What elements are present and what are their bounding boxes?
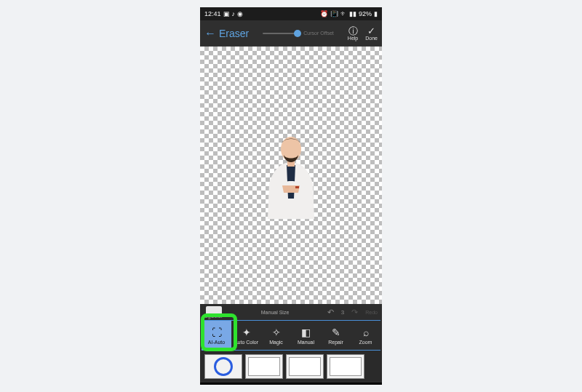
thumb-3[interactable] — [286, 354, 324, 379]
wifi-icon: ᯤ — [340, 10, 347, 17]
svg-point-1 — [281, 137, 301, 161]
signal-icon: ▮▮ — [349, 10, 356, 17]
gallery-icon: ▣ — [223, 10, 230, 17]
bgcolor-chip[interactable] — [206, 306, 222, 316]
slider-label: Cursor Offset — [303, 31, 334, 36]
tool-repair[interactable]: ✎ Repair — [321, 321, 351, 350]
repair-icon: ✎ — [332, 327, 340, 338]
tool-ai-auto[interactable]: ⛶ AI-Auto — [202, 321, 231, 350]
tool-manual[interactable]: ◧ Manual — [291, 321, 321, 350]
done-button[interactable]: ✓ Done — [365, 26, 378, 41]
undo-count: 3 — [341, 309, 344, 316]
canvas[interactable] — [200, 47, 382, 304]
thumbnail-strip — [200, 351, 382, 381]
messenger-icon: ◉ — [237, 10, 243, 17]
alarm-icon: ⏰ — [320, 10, 328, 17]
thumb-4[interactable] — [327, 354, 364, 379]
zoom-icon: ⌕ — [363, 327, 369, 338]
vibrate-icon: 📳 — [330, 10, 338, 17]
cursor-offset-slider[interactable]: Cursor Offset — [249, 31, 348, 36]
redo-label: Redo — [365, 310, 378, 315]
toolbar: ⛶ AI-Auto ✦ Auto Color ✧ Magic ◧ Manual … — [202, 320, 380, 351]
undo-icon[interactable]: ↶ — [327, 308, 334, 317]
back-arrow-icon[interactable]: ← — [204, 27, 216, 40]
tool-auto-color[interactable]: ✦ Auto Color — [231, 321, 261, 350]
subject-cutout — [259, 132, 323, 219]
android-navbar — [200, 383, 382, 385]
tiktok-icon: ♪ — [232, 10, 236, 17]
help-icon: ⓘ — [348, 26, 358, 36]
thumb-2[interactable] — [245, 354, 283, 379]
statusbar-battery: 92% — [359, 10, 372, 17]
midbar: BgColor Manual Size ↶ 3 ↷ Redo — [200, 304, 382, 320]
app-title: Eraser — [219, 28, 249, 39]
magic-icon: ✧ — [272, 327, 281, 338]
check-icon: ✓ — [367, 26, 375, 36]
help-button[interactable]: ⓘ Help — [348, 26, 358, 41]
statusbar-time: 12:41 — [204, 10, 221, 17]
redo-icon[interactable]: ↷ — [351, 308, 358, 317]
eraser-icon: ◧ — [301, 327, 311, 338]
wand-icon: ✦ — [242, 327, 251, 338]
thumb-1[interactable] — [204, 354, 242, 379]
ai-auto-icon: ⛶ — [212, 327, 222, 338]
phone-frame: 12:41 ▣ ♪ ◉ ⏰ 📳 ᯤ ▮▮ 92% ▮ ← Eraser Curs… — [200, 7, 382, 385]
statusbar: 12:41 ▣ ♪ ◉ ⏰ 📳 ᯤ ▮▮ 92% ▮ — [200, 7, 382, 20]
svg-rect-2 — [295, 186, 299, 188]
battery-icon: ▮ — [374, 10, 378, 17]
appbar: ← Eraser Cursor Offset ⓘ Help ✓ Done — [200, 20, 382, 47]
tool-magic[interactable]: ✧ Magic — [261, 321, 291, 350]
manual-size-label: Manual Size — [227, 310, 323, 315]
ring-icon — [214, 357, 233, 376]
tool-zoom[interactable]: ⌕ Zoom — [351, 321, 380, 350]
